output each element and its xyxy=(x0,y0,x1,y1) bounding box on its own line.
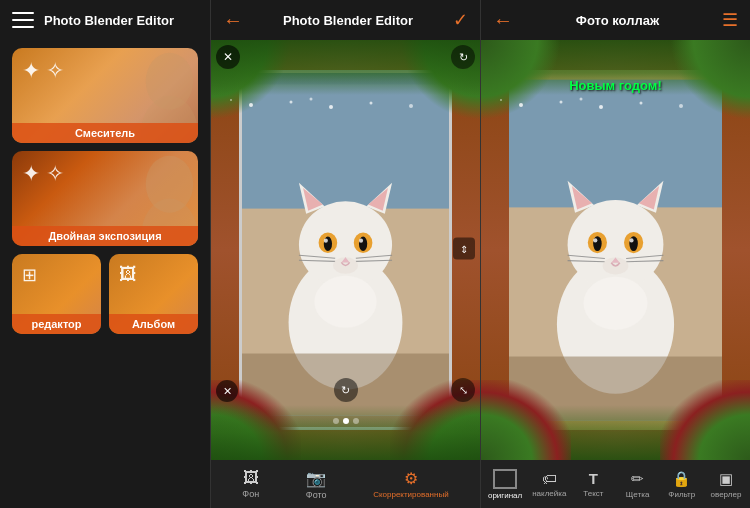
photo-label: Фото xyxy=(306,490,327,500)
left-menu: ✦ ✧ Смеситель ✦ ✧ Двойная экспозиция ⊞ р… xyxy=(0,40,210,508)
middle-confirm-button[interactable]: ✓ xyxy=(453,9,468,31)
svg-point-40 xyxy=(629,236,638,251)
refresh-button[interactable]: ↻ xyxy=(451,45,475,69)
menu-card-editor[interactable]: ⊞ редактор xyxy=(12,254,101,334)
right-toolbar-brush[interactable]: ✏ Щетка xyxy=(616,470,660,499)
middle-bottom-toolbar: 🖼 Фон 📷 Фото ⚙ Скорректированный xyxy=(211,460,480,508)
rotate-button-container: ↻ xyxy=(334,378,358,402)
right-toolbar-text[interactable]: T Текст xyxy=(571,470,615,498)
right-header: ← Фото коллаж ☰ xyxy=(481,0,750,40)
svg-point-42 xyxy=(629,238,633,242)
background-label: Фон xyxy=(242,489,259,499)
right-toolbar-filter[interactable]: 🔒 Фильтр xyxy=(660,470,704,499)
toolbar-corrected[interactable]: ⚙ Скорректированный xyxy=(373,469,448,499)
svg-point-19 xyxy=(333,257,358,274)
svg-point-10 xyxy=(324,237,332,251)
right-pine-br xyxy=(660,380,750,460)
left-panel-title: Photo Blender Editor xyxy=(44,13,174,28)
right-back-button[interactable]: ← xyxy=(493,9,513,32)
hamburger-menu-icon[interactable] xyxy=(12,12,34,28)
cross-button[interactable]: ✕ xyxy=(216,380,238,402)
menu-card-album[interactable]: 🖼 Альбом xyxy=(109,254,198,334)
menu-card-double-exposure[interactable]: ✦ ✧ Двойная экспозиция xyxy=(12,151,198,246)
right-pine-tr xyxy=(670,40,750,120)
middle-header: ← Photo Blender Editor ✓ xyxy=(211,0,480,40)
editor-label: редактор xyxy=(12,314,101,334)
right-panel: ← Фото коллаж ☰ Новым годом! xyxy=(480,0,750,508)
middle-canvas: ✕ ↻ ⇕ ⤡ ✕ ↻ xyxy=(211,40,480,460)
svg-point-13 xyxy=(359,239,363,243)
sticker-label: наклейка xyxy=(532,489,566,498)
middle-panel: ← Photo Blender Editor ✓ xyxy=(210,0,480,508)
overlay-label: оверлер xyxy=(711,490,742,499)
brush-icon: ✏ xyxy=(631,470,644,488)
left-header: Photo Blender Editor xyxy=(0,0,210,40)
toolbar-photo[interactable]: 📷 Фото xyxy=(306,469,327,500)
left-panel: Photo Blender Editor ✦ ✧ Смеситель ✦ ✧ Д… xyxy=(0,0,210,508)
svg-point-12 xyxy=(324,239,328,243)
middle-back-button[interactable]: ← xyxy=(223,9,243,32)
brush-label: Щетка xyxy=(626,490,649,499)
right-toolbar-sticker[interactable]: 🏷 наклейка xyxy=(527,470,571,498)
corrected-icon: ⚙ xyxy=(404,469,418,488)
svg-point-41 xyxy=(593,238,597,242)
original-icon xyxy=(493,469,517,489)
svg-point-20 xyxy=(314,276,376,328)
text-icon: T xyxy=(589,470,598,487)
bottom-left-controls: ✕ xyxy=(216,380,238,402)
double-exposure-label: Двойная экспозиция xyxy=(12,226,198,246)
mixer-icon: ✦ ✧ xyxy=(22,58,64,84)
right-frame-right xyxy=(722,68,750,432)
right-bottom-toolbar: оригинал 🏷 наклейка T Текст ✏ Щетка 🔒 Фи… xyxy=(481,460,750,508)
sticker-icon: 🏷 xyxy=(542,470,557,487)
right-pine-tl xyxy=(481,40,561,120)
toolbar-background[interactable]: 🖼 Фон xyxy=(242,469,259,499)
background-icon: 🖼 xyxy=(243,469,259,487)
right-toolbar-overlay[interactable]: ▣ оверлер xyxy=(704,470,748,499)
delete-overlay-button[interactable]: ✕ xyxy=(216,45,240,69)
svg-point-39 xyxy=(593,236,602,251)
album-icon: 🖼 xyxy=(119,264,137,285)
photo-icon: 📷 xyxy=(306,469,326,488)
svg-point-11 xyxy=(359,237,367,251)
resize-button-container: ⤡ xyxy=(451,378,475,402)
small-cards-row: ⊞ редактор 🖼 Альбом xyxy=(12,254,198,334)
dot-3 xyxy=(353,418,359,424)
double-exposure-icon: ✦ ✧ xyxy=(22,161,64,187)
top-left-controls: ✕ xyxy=(216,45,240,69)
right-frame-left xyxy=(481,68,509,432)
svg-point-3 xyxy=(299,201,392,288)
dot-2 xyxy=(343,418,349,424)
layer-up-button[interactable]: ⇕ xyxy=(453,238,475,260)
album-label: Альбом xyxy=(109,314,198,334)
top-right-controls: ↻ xyxy=(451,45,475,69)
frame-left-bar xyxy=(211,68,239,432)
resize-button[interactable]: ⤡ xyxy=(451,378,475,402)
cat-photo-area xyxy=(239,70,452,430)
menu-card-mixer[interactable]: ✦ ✧ Смеситель xyxy=(12,48,198,143)
new-year-text: Новым годом! xyxy=(569,78,662,93)
right-toolbar-original[interactable]: оригинал xyxy=(483,469,527,500)
filter-label: Фильтр xyxy=(668,490,695,499)
corrected-label: Скорректированный xyxy=(373,490,448,499)
filter-icon: 🔒 xyxy=(672,470,691,488)
page-indicator xyxy=(333,418,359,424)
svg-point-49 xyxy=(584,277,648,330)
overlay-icon: ▣ xyxy=(719,470,733,488)
cat-image xyxy=(242,73,449,427)
text-label: Текст xyxy=(583,489,603,498)
rotate-button[interactable]: ↻ xyxy=(334,378,358,402)
right-panel-title: Фото коллаж xyxy=(576,13,659,28)
pine-bottom-strip xyxy=(211,405,480,460)
editor-icon: ⊞ xyxy=(22,264,37,286)
right-canvas: Новым годом! xyxy=(481,40,750,460)
pine-top-strip xyxy=(211,40,480,95)
right-pine-bl xyxy=(481,380,571,460)
original-label: оригинал xyxy=(488,491,522,500)
right-menu-button[interactable]: ☰ xyxy=(722,9,738,31)
right-cat-area xyxy=(509,70,722,430)
middle-panel-title: Photo Blender Editor xyxy=(283,13,413,28)
dot-1 xyxy=(333,418,339,424)
layer-controls: ⇕ xyxy=(453,238,475,263)
svg-point-32 xyxy=(568,200,664,289)
